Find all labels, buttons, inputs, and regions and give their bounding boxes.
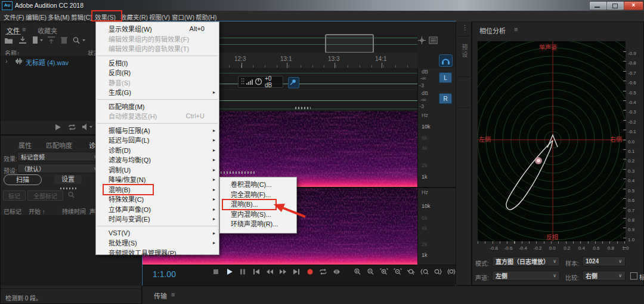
effects-menu-item-9[interactable]: 振幅与压限(A)▸ bbox=[96, 125, 219, 136]
column-marked[interactable]: 已标记 bbox=[4, 207, 21, 216]
search-icon[interactable] bbox=[72, 36, 88, 46]
channel-dropdown[interactable]: 左侧 ∨ bbox=[492, 271, 560, 281]
effects-menu-item-reverb[interactable]: 混响(B)▸ bbox=[96, 185, 219, 195]
mode-dropdown[interactable]: 直方图（日志增放） ∨ bbox=[492, 256, 560, 266]
menu-window[interactable]: 窗口(W) bbox=[172, 13, 194, 22]
trash-icon[interactable] bbox=[60, 36, 68, 45]
stop-button[interactable] bbox=[209, 268, 223, 277]
close-button[interactable]: × bbox=[624, 1, 643, 10]
left-channel-button[interactable]: L bbox=[439, 72, 452, 83]
preview-play-icon[interactable] bbox=[54, 124, 61, 132]
mark-all-button[interactable]: 全部标记 bbox=[27, 191, 63, 201]
effects-menu-item-11[interactable]: 诊断(D)▸ bbox=[96, 145, 219, 155]
effects-menu-item-18[interactable]: 时间与变调(E)▸ bbox=[96, 214, 219, 224]
splitter-grip[interactable] bbox=[218, 171, 256, 174]
transport-panel-menu-icon[interactable]: ≡ bbox=[171, 291, 175, 298]
hud-grip-icon[interactable] bbox=[241, 78, 244, 86]
effects-menu-item-21[interactable]: 音频增效工具管理器(P)... bbox=[96, 248, 219, 258]
right-channel-button[interactable]: R bbox=[439, 93, 452, 104]
expand-row-icon[interactable]: › bbox=[5, 57, 8, 65]
effects-menu-item-6[interactable]: 生成(G)▸ bbox=[96, 87, 219, 97]
normalize-checkbox[interactable] bbox=[630, 272, 637, 280]
pause-button[interactable] bbox=[236, 268, 250, 277]
zoom-to-selection-in-button[interactable] bbox=[418, 268, 432, 277]
record-button[interactable] bbox=[304, 268, 317, 277]
editor-menu-icon[interactable] bbox=[429, 36, 438, 46]
spot-heal-icon[interactable] bbox=[417, 36, 426, 46]
menu-clip[interactable]: 剪辑(C) bbox=[71, 13, 92, 22]
mark-button[interactable]: 标记 bbox=[3, 191, 26, 201]
effects-menu-item-17[interactable]: 立体声声像(O)▸ bbox=[96, 204, 219, 214]
skip-to-start-button[interactable] bbox=[250, 268, 264, 277]
settings-button[interactable]: 设置 bbox=[54, 175, 82, 184]
headphone-monitor-icon[interactable] bbox=[439, 54, 453, 67]
files-panel-menu-icon[interactable]: ≡ bbox=[22, 26, 26, 33]
rewind-button[interactable] bbox=[263, 268, 277, 277]
maximize-button[interactable] bbox=[606, 1, 624, 10]
overview-range-selector[interactable] bbox=[325, 34, 374, 53]
open-folder-icon[interactable] bbox=[4, 36, 13, 45]
effects-menu-item-13[interactable]: 调制(U)▸ bbox=[96, 165, 219, 175]
submenu-item-surround-reverb[interactable]: 环绕声混响(R)... bbox=[220, 219, 296, 229]
skip-to-end-button[interactable] bbox=[290, 268, 304, 277]
effects-menu-item-2[interactable]: 编辑效果组内的音轨效果(T) bbox=[96, 44, 219, 54]
menu-multitrack[interactable]: 多轨(M) bbox=[48, 13, 70, 22]
loop-playback-button[interactable] bbox=[317, 268, 330, 277]
preset-dropdown[interactable]: （默认） ∨ bbox=[17, 164, 101, 173]
auto-play-speaker-icon[interactable] bbox=[82, 123, 94, 132]
submenu-item-convolution-reverb[interactable]: 卷积混响(C)... bbox=[220, 179, 296, 189]
zoom-in-button[interactable] bbox=[351, 268, 364, 277]
menu-view[interactable]: 视图(V) bbox=[149, 13, 170, 22]
time-display[interactable]: 1:1.00 bbox=[153, 269, 176, 279]
menu-edit[interactable]: 编辑(E) bbox=[26, 13, 47, 22]
tab-favorites[interactable]: 收藏夹 bbox=[38, 26, 57, 35]
collapsed-presets-tab[interactable]: 预设 bbox=[460, 44, 469, 59]
tab-properties[interactable]: 属性 bbox=[18, 140, 32, 150]
effects-menu-item-3[interactable]: 反相(I) bbox=[96, 58, 219, 68]
effects-menu-item-7[interactable]: 匹配响度(M) bbox=[96, 102, 219, 112]
skip-playhead-button[interactable] bbox=[330, 268, 344, 277]
play-button[interactable] bbox=[223, 268, 237, 277]
gain-hud[interactable]: +0 dB bbox=[238, 76, 283, 88]
phase-panel-menu-icon[interactable]: ≡ bbox=[514, 26, 518, 33]
zoom-out-time-button[interactable] bbox=[391, 268, 405, 277]
file-name[interactable]: 无标题 (4).wav bbox=[26, 57, 69, 67]
menu-help[interactable]: 帮助(H) bbox=[196, 13, 217, 22]
scan-button[interactable]: 扫描 bbox=[4, 174, 42, 185]
splitter-grip[interactable] bbox=[295, 107, 311, 109]
gain-value[interactable]: +0 dB bbox=[265, 75, 280, 88]
effects-menu-item-20[interactable]: 批处理(S)▸ bbox=[96, 238, 219, 248]
menu-favorites[interactable]: 收藏夹(R) bbox=[120, 13, 148, 22]
search-marks-icon[interactable] bbox=[67, 191, 75, 200]
effects-menu-item-5[interactable]: 静音(S) bbox=[96, 78, 219, 88]
minimize-button[interactable] bbox=[589, 1, 607, 10]
pin-hud-button[interactable] bbox=[288, 77, 299, 88]
menu-file[interactable]: 文件(F) bbox=[4, 13, 24, 22]
import-file-icon[interactable] bbox=[18, 36, 27, 45]
effects-menu-item-16[interactable]: 特殊效果(C)▸ bbox=[96, 194, 219, 204]
effects-menu-item-1[interactable]: 编辑效果组内的剪辑效果(F) bbox=[96, 34, 219, 44]
export-icon[interactable] bbox=[47, 36, 56, 45]
splitter-grip[interactable] bbox=[60, 188, 77, 189]
zoom-to-selection-out-button[interactable] bbox=[431, 268, 445, 277]
zoom-reset-button[interactable] bbox=[404, 268, 418, 277]
effects-menu-item-0[interactable]: 显示效果组(W)Alt+0 bbox=[96, 24, 219, 34]
effects-menu-item-12[interactable]: 滤波与均衡(Q)▸ bbox=[96, 155, 219, 165]
effects-menu-item-8[interactable]: 自动修复选区(H)Ctrl+U bbox=[96, 111, 219, 121]
fast-forward-button[interactable] bbox=[277, 268, 290, 277]
new-file-icon[interactable] bbox=[32, 36, 43, 45]
phase-scope[interactable] bbox=[478, 41, 626, 241]
effects-menu-item-10[interactable]: 延迟与回声(L)▸ bbox=[96, 135, 219, 145]
preview-loop-icon[interactable] bbox=[68, 124, 76, 132]
samples-dropdown[interactable]: 1024 ∨ bbox=[582, 256, 626, 266]
panel-options-icon[interactable]: ⋮ bbox=[462, 24, 468, 32]
column-start[interactable]: 开始 ↑ bbox=[29, 207, 45, 216]
gain-knob-icon[interactable] bbox=[255, 78, 262, 87]
effects-menu-item-19[interactable]: VST(V)▸ bbox=[96, 228, 219, 238]
tab-match-loudness[interactable]: 匹配响度 bbox=[46, 140, 72, 150]
compare-dropdown[interactable]: 右侧 ∨ bbox=[582, 271, 626, 281]
submenu-item-full-reverb[interactable]: 完全混响(F)... bbox=[220, 189, 296, 199]
zoom-in-time-button[interactable] bbox=[377, 268, 391, 277]
column-duration[interactable]: 持续时间 bbox=[62, 207, 86, 216]
effects-menu-item-4[interactable]: 反向(R) bbox=[96, 67, 219, 78]
